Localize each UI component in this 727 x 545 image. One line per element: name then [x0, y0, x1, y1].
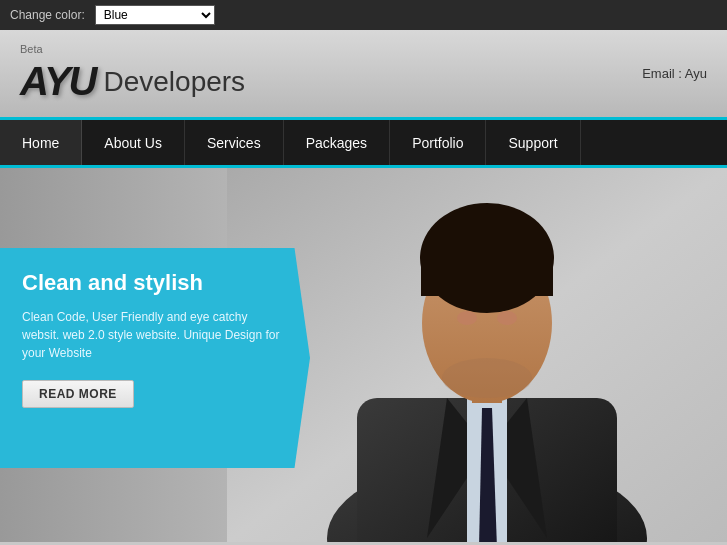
info-box: Clean and stylish Clean Code, User Frien… [0, 248, 310, 468]
nav-item-portfolio[interactable]: Portfolio [390, 120, 486, 165]
color-select[interactable]: Blue Red Green Orange [95, 5, 215, 25]
hero-section: Clean and stylish Clean Code, User Frien… [0, 168, 727, 542]
info-title: Clean and stylish [22, 270, 288, 296]
change-color-label: Change color: [10, 8, 85, 22]
nav-item-support[interactable]: Support [486, 120, 580, 165]
header: Beta AYU Developers Email : Ayu [0, 30, 727, 120]
logo-ayu: AYU [20, 59, 95, 104]
svg-point-11 [457, 311, 477, 325]
svg-point-12 [497, 311, 517, 325]
header-left: Beta AYU Developers [20, 43, 245, 104]
nav-item-packages[interactable]: Packages [284, 120, 390, 165]
svg-point-13 [442, 358, 532, 398]
nav-item-about[interactable]: About Us [82, 120, 185, 165]
read-more-button[interactable]: READ MORE [22, 380, 134, 408]
logo-container: AYU Developers [20, 59, 245, 104]
top-bar: Change color: Blue Red Green Orange [0, 0, 727, 30]
beta-label: Beta [20, 43, 245, 55]
header-email: Email : Ayu [642, 66, 707, 81]
logo-developers: Developers [103, 66, 245, 98]
nav-item-home[interactable]: Home [0, 120, 82, 165]
info-description: Clean Code, User Friendly and eye catchy… [22, 308, 288, 362]
nav-item-services[interactable]: Services [185, 120, 284, 165]
main-nav: Home About Us Services Packages Portfoli… [0, 120, 727, 168]
svg-rect-10 [421, 256, 553, 296]
